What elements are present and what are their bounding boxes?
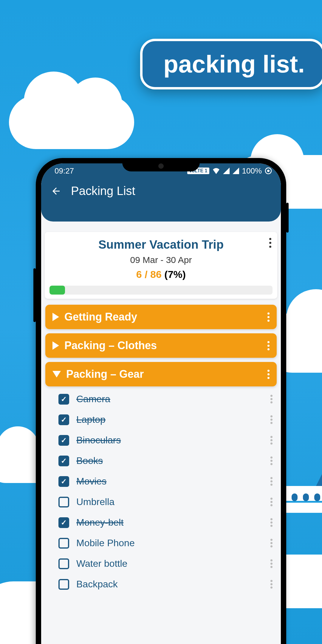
wifi-icon: [212, 168, 220, 174]
checkbox[interactable]: ✓: [58, 414, 69, 425]
list-item: ✓ Camera: [45, 389, 277, 409]
checkbox[interactable]: ✓: [58, 517, 69, 528]
trip-menu-button[interactable]: [269, 238, 271, 248]
chevron-right-icon: [52, 313, 59, 321]
trip-title: Summer Vacation Trip: [49, 238, 273, 251]
checkbox[interactable]: ✓: [58, 456, 69, 466]
category-packing-gear[interactable]: Packing – Gear: [45, 362, 277, 386]
category-packing-clothes[interactable]: Packing – Clothes: [45, 333, 277, 358]
checkbox[interactable]: [58, 538, 69, 549]
item-menu-button[interactable]: [270, 436, 273, 445]
volume-button-deco: [33, 268, 36, 322]
item-menu-button[interactable]: [270, 395, 273, 403]
progress-bar: [49, 286, 273, 295]
banner-title: packing list.: [140, 39, 322, 89]
item-label[interactable]: Water bottle: [76, 558, 263, 569]
item-menu-button[interactable]: [270, 415, 273, 424]
checkbox[interactable]: [58, 558, 69, 569]
category-menu-button[interactable]: [267, 312, 270, 322]
item-menu-button[interactable]: [270, 498, 273, 506]
list-item: ✓ Money-belt: [45, 512, 277, 533]
chevron-right-icon: [52, 341, 59, 350]
item-label[interactable]: Binoculars: [76, 435, 263, 446]
item-label[interactable]: Money-belt: [76, 517, 263, 528]
list-item: Water bottle: [45, 553, 277, 574]
app-bar-title: Packing List: [71, 184, 135, 198]
list-item: ✓ Binoculars: [45, 430, 277, 451]
signal-icon: [223, 168, 230, 174]
app-bar: Packing List: [41, 178, 281, 222]
item-label[interactable]: Books: [76, 455, 263, 466]
item-menu-button[interactable]: [270, 559, 273, 568]
signal-icon: [233, 168, 239, 174]
item-list: ✓ Camera ✓ Laptop ✓ Binoculars ✓ Books: [45, 389, 277, 595]
screen: 09:27 VoLTE 1 100% Packing List: [41, 163, 281, 644]
battery-text: 100%: [242, 166, 262, 176]
list-item: ✓ Laptop: [45, 409, 277, 430]
checkbox[interactable]: ✓: [58, 394, 69, 405]
check-icon: ✓: [61, 518, 67, 527]
list-item: Mobile Phone: [45, 533, 277, 553]
phone-frame: 09:27 VoLTE 1 100% Packing List: [36, 158, 286, 644]
progress-count: 6 / 86: [136, 269, 162, 280]
trip-summary-card: Summer Vacation Trip 09 Mar - 30 Apr 6 /…: [45, 232, 277, 299]
svg-point-1: [267, 170, 270, 172]
trip-dates: 09 Mar - 30 Apr: [49, 255, 273, 265]
item-label[interactable]: Backpack: [76, 579, 263, 590]
check-icon: ✓: [61, 477, 67, 486]
trip-progress-text: 6 / 86 (7%): [49, 269, 273, 280]
list-item: ✓ Movies: [45, 471, 277, 492]
list-item: Umbrella: [45, 492, 277, 512]
checkbox[interactable]: ✓: [58, 476, 69, 487]
chevron-down-icon: [52, 371, 61, 377]
item-menu-button[interactable]: [270, 477, 273, 486]
arrow-left-icon: [51, 186, 61, 196]
progress-fill: [49, 286, 65, 295]
phone-notch: [122, 158, 200, 171]
item-label[interactable]: Camera: [76, 394, 263, 405]
progress-percent: (7%): [164, 269, 186, 280]
checkbox[interactable]: [58, 579, 69, 590]
checkbox[interactable]: ✓: [58, 435, 69, 446]
battery-icon: [265, 167, 272, 174]
category-label: Packing – Clothes: [64, 339, 262, 352]
list-item: Backpack: [45, 574, 277, 595]
item-menu-button[interactable]: [270, 518, 273, 527]
check-icon: ✓: [61, 395, 67, 403]
item-menu-button[interactable]: [270, 456, 273, 465]
category-menu-button[interactable]: [267, 370, 270, 379]
item-label[interactable]: Movies: [76, 476, 263, 487]
category-getting-ready[interactable]: Getting Ready: [45, 305, 277, 329]
check-icon: ✓: [61, 457, 67, 465]
item-label[interactable]: Laptop: [76, 414, 263, 425]
check-icon: ✓: [61, 436, 67, 445]
back-button[interactable]: [50, 185, 62, 197]
category-menu-button[interactable]: [267, 341, 270, 350]
item-label[interactable]: Umbrella: [76, 496, 263, 507]
status-time: 09:27: [55, 166, 74, 176]
category-label: Getting Ready: [64, 311, 262, 323]
power-button-deco: [286, 203, 289, 233]
check-icon: ✓: [61, 416, 67, 424]
checkbox[interactable]: [58, 497, 69, 507]
list-item: ✓ Books: [45, 451, 277, 471]
content-area: Summer Vacation Trip 09 Mar - 30 Apr 6 /…: [41, 232, 281, 595]
category-label: Packing – Gear: [66, 368, 262, 380]
item-label[interactable]: Mobile Phone: [76, 538, 263, 549]
cloud-deco: [9, 95, 134, 149]
item-menu-button[interactable]: [270, 580, 273, 589]
item-menu-button[interactable]: [270, 539, 273, 547]
